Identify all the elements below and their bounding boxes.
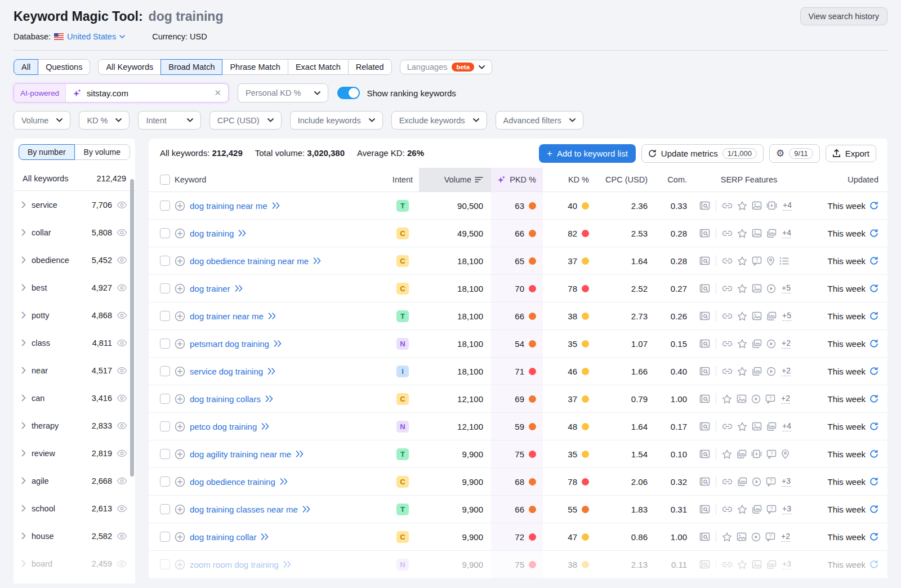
serp-more[interactable]: +4 — [782, 421, 791, 431]
filter-advanced-filters[interactable]: Advanced filters — [496, 111, 583, 130]
sidebar-group-class[interactable]: class 4,811 — [14, 329, 135, 357]
refresh-row-icon[interactable] — [869, 394, 878, 403]
add-to-keyword-list-button[interactable]: + Add to keyword list — [539, 144, 636, 163]
open-keyword-icon[interactable] — [296, 451, 304, 457]
columns-settings-button[interactable]: ⚙ 9/11 — [769, 144, 820, 163]
row-checkbox[interactable] — [160, 311, 170, 321]
eye-icon[interactable] — [117, 394, 127, 402]
languages-dropdown[interactable]: Languages beta — [400, 60, 492, 74]
row-checkbox[interactable] — [160, 449, 170, 459]
filter-kd[interactable]: KD % — [79, 111, 130, 130]
keyword-link[interactable]: dog training classes near me — [190, 505, 298, 514]
open-keyword-icon[interactable] — [313, 257, 322, 264]
col-pkd[interactable]: PKD % — [491, 168, 543, 191]
select-all-checkbox[interactable] — [160, 175, 170, 185]
filter-include-keywords[interactable]: Include keywords — [290, 111, 383, 130]
open-keyword-icon[interactable] — [238, 230, 247, 237]
col-com[interactable]: Com. — [650, 168, 688, 191]
filter-cpc-usd[interactable]: CPC (USD) — [209, 111, 282, 130]
row-checkbox[interactable] — [160, 504, 170, 514]
refresh-row-icon[interactable] — [869, 201, 878, 210]
sidebar-group-school[interactable]: school 2,613 — [14, 495, 135, 522]
keyword-link[interactable]: zoom room dog training — [190, 560, 279, 569]
eye-icon[interactable] — [117, 422, 127, 430]
open-keyword-icon[interactable] — [261, 423, 270, 430]
open-keyword-icon[interactable] — [280, 478, 288, 485]
sidebar-group-service[interactable]: service 7,706 — [14, 191, 135, 219]
open-keyword-icon[interactable] — [268, 313, 276, 319]
tab-broad-match[interactable]: Broad Match — [160, 59, 222, 75]
keyword-link[interactable]: petsmart dog training — [190, 339, 269, 349]
eye-icon[interactable] — [117, 532, 127, 540]
personal-kd-dropdown[interactable]: Personal KD % — [238, 83, 328, 103]
open-keyword-icon[interactable] — [265, 395, 274, 402]
open-keyword-icon[interactable] — [272, 202, 280, 209]
refresh-row-icon[interactable] — [869, 339, 878, 348]
tab-exact-match[interactable]: Exact Match — [288, 59, 349, 75]
serp-more[interactable]: +3 — [782, 476, 791, 487]
refresh-row-icon[interactable] — [869, 505, 878, 514]
keyword-link[interactable]: service dog training — [190, 367, 263, 376]
export-button[interactable]: Export — [826, 145, 876, 162]
all-keywords-row[interactable]: All keywords 212,429 — [14, 167, 135, 191]
col-kd[interactable]: KD % — [543, 168, 592, 191]
serp-more[interactable]: +3 — [782, 559, 791, 569]
open-keyword-icon[interactable] — [283, 561, 292, 568]
sidebar-group-potty[interactable]: potty 4,868 — [14, 301, 135, 329]
row-checkbox[interactable] — [160, 559, 170, 569]
sidebar-group-best[interactable]: best 4,927 — [14, 274, 135, 301]
open-keyword-icon[interactable] — [302, 506, 311, 513]
keyword-link[interactable]: dog trainer — [190, 284, 230, 293]
eye-icon[interactable] — [117, 560, 127, 568]
col-keyword[interactable]: Keyword — [175, 168, 386, 191]
sidebar-group-board[interactable]: board 2,459 — [14, 550, 135, 577]
tab-questions[interactable]: Questions — [38, 59, 90, 75]
serp-more[interactable]: +5 — [782, 283, 791, 293]
sidebar-tab-by-volume[interactable]: By volume — [74, 144, 131, 160]
eye-icon[interactable] — [117, 477, 127, 485]
row-checkbox[interactable] — [160, 228, 170, 238]
refresh-row-icon[interactable] — [869, 284, 878, 293]
sidebar-group-therapy[interactable]: therapy 2,833 — [14, 412, 135, 439]
keyword-link[interactable]: dog training near me — [190, 201, 267, 211]
refresh-row-icon[interactable] — [869, 532, 878, 541]
open-keyword-icon[interactable] — [267, 368, 276, 375]
keyword-link[interactable]: dog training collars — [190, 394, 261, 404]
refresh-row-icon[interactable] — [869, 449, 878, 458]
open-keyword-icon[interactable] — [235, 285, 243, 292]
col-volume[interactable]: Volume — [419, 168, 491, 191]
row-checkbox[interactable] — [160, 283, 170, 293]
refresh-row-icon[interactable] — [869, 560, 878, 569]
eye-icon[interactable] — [117, 311, 127, 319]
view-search-history-button[interactable]: View search history — [800, 7, 887, 25]
show-ranking-toggle[interactable] — [337, 87, 360, 99]
sidebar-scrollbar[interactable] — [130, 179, 134, 476]
refresh-row-icon[interactable] — [869, 229, 878, 238]
domain-input[interactable] — [87, 88, 209, 98]
serp-more[interactable]: +4 — [783, 201, 792, 211]
row-checkbox[interactable] — [160, 476, 170, 487]
row-checkbox[interactable] — [160, 201, 170, 211]
serp-more[interactable]: +2 — [781, 532, 790, 542]
serp-more[interactable]: +2 — [782, 338, 791, 349]
col-intent[interactable]: Intent — [386, 168, 419, 191]
tab-phrase-match[interactable]: Phrase Match — [222, 59, 288, 75]
open-keyword-icon[interactable] — [261, 533, 269, 540]
refresh-row-icon[interactable] — [869, 422, 878, 431]
eye-icon[interactable] — [117, 201, 127, 209]
filter-exclude-keywords[interactable]: Exclude keywords — [391, 111, 487, 130]
keyword-link[interactable]: dog obedience training near me — [190, 256, 309, 266]
row-checkbox[interactable] — [160, 256, 170, 266]
database-selector[interactable]: United States — [54, 32, 125, 41]
serp-more[interactable]: +2 — [781, 394, 790, 404]
keyword-link[interactable]: dog training — [190, 229, 234, 238]
tab-all-keywords[interactable]: All Keywords — [98, 59, 161, 75]
keyword-link[interactable]: dog trainer near me — [190, 311, 264, 321]
eye-icon[interactable] — [117, 229, 127, 237]
eye-icon[interactable] — [117, 449, 127, 457]
keyword-link[interactable]: dog agility training near me — [190, 449, 291, 459]
eye-icon[interactable] — [117, 505, 127, 513]
row-checkbox[interactable] — [160, 532, 170, 542]
refresh-row-icon[interactable] — [869, 367, 878, 376]
filter-intent[interactable]: Intent — [138, 111, 200, 130]
